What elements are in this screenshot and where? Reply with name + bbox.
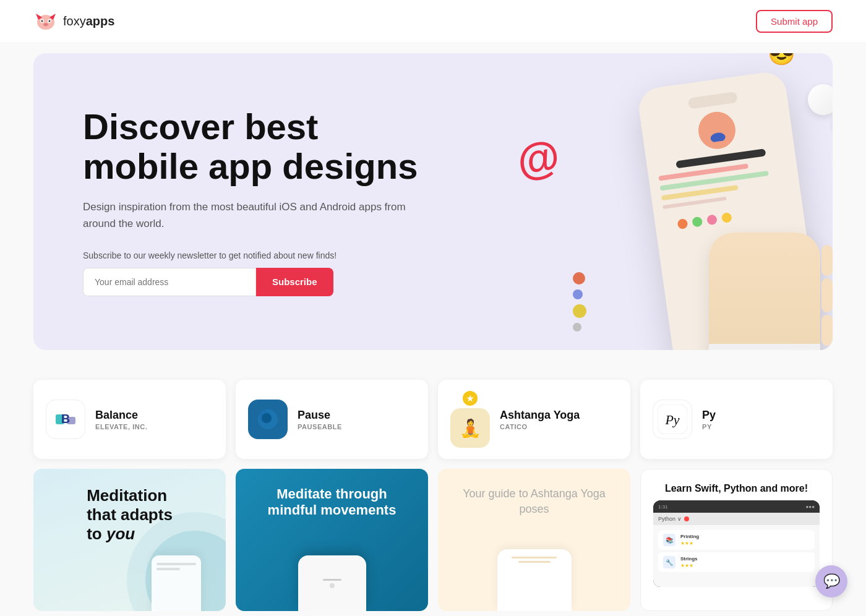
- chat-bubble-button[interactable]: 💬: [815, 565, 847, 597]
- hero-section: Discover best mobile app designs Design …: [33, 53, 833, 350]
- phone-avatar: [696, 109, 738, 152]
- logo[interactable]: foxyapps: [33, 9, 114, 33]
- svg-point-4: [49, 20, 51, 22]
- balance-app-info: Balance ELEVATE, INC.: [95, 409, 147, 430]
- hero-content: Discover best mobile app designs Design …: [83, 107, 429, 296]
- yoga-app-icon: 🧘: [450, 408, 490, 448]
- svg-point-6: [711, 122, 722, 134]
- py-app-icon: Py: [653, 400, 692, 439]
- balance-preview-title: Meditationthat adaptsto you: [87, 486, 173, 544]
- py-app-info: Py PY: [702, 409, 716, 430]
- apps-section: B Balance ELEVATE, INC. Pause PAUSEABLE …: [0, 361, 866, 616]
- py-preview-card[interactable]: Learn Swift, Python and more! 1:31 ●●● P…: [640, 469, 833, 611]
- balance-app-icon: B: [46, 400, 85, 439]
- logo-text: foxyapps: [63, 14, 114, 28]
- balance-app-developer: ELEVATE, INC.: [95, 423, 147, 430]
- yoga-app-name: Ashtanga Yoga: [500, 409, 580, 422]
- pause-app-developer: PAUSEABLE: [298, 423, 342, 430]
- yoga-app-developer: CATICO: [500, 423, 580, 430]
- py-preview-content: Learn Swift, Python and more! 1:31 ●●● P…: [653, 482, 820, 587]
- featured-star-badge: ★: [463, 391, 478, 406]
- balance-preview-card[interactable]: Meditationthat adaptsto you: [33, 469, 226, 611]
- pause-app-icon: [248, 400, 288, 439]
- py-app-card[interactable]: Py Py PY: [640, 380, 833, 459]
- pause-preview-card[interactable]: Meditate through mindful movements: [236, 469, 428, 611]
- svg-point-3: [41, 20, 43, 22]
- svg-point-7: [710, 132, 726, 143]
- hero-title: Discover best mobile app designs: [83, 107, 429, 186]
- yoga-preview-card[interactable]: Your guide to Ashtanga Yoga poses: [438, 469, 630, 611]
- svg-text:🧘: 🧘: [460, 418, 481, 438]
- pause-preview-content: Meditate through mindful movements: [253, 486, 411, 519]
- yoga-preview-content: Your guide to Ashtanga Yoga poses: [455, 486, 613, 517]
- submit-app-button[interactable]: Submit app: [756, 10, 833, 33]
- py-preview-title: Learn Swift, Python and more!: [653, 482, 820, 495]
- float-at-icon: @: [513, 130, 564, 187]
- decorative-sphere: [808, 84, 833, 115]
- pause-app-info: Pause PAUSEABLE: [298, 409, 342, 430]
- yoga-app-info: Ashtanga Yoga CATICO: [500, 409, 580, 430]
- svg-text:B: B: [61, 412, 70, 426]
- decorative-balls: [573, 272, 586, 332]
- chat-icon: 💬: [823, 573, 840, 589]
- balance-app-name: Balance: [95, 409, 147, 422]
- hero-form: Subscribe: [83, 268, 429, 296]
- header: foxyapps Submit app: [0, 0, 866, 42]
- sunglasses-emoji-icon: 😎: [768, 53, 795, 67]
- yoga-preview-title: Your guide to Ashtanga Yoga poses: [455, 486, 613, 517]
- apps-grid: B Balance ELEVATE, INC. Pause PAUSEABLE …: [33, 380, 833, 611]
- hand-illustration: [709, 233, 833, 350]
- py-phone-mockup: 1:31 ●●● Python ∨ 📚 Printing: [653, 500, 820, 587]
- balance-app-card[interactable]: B Balance ELEVATE, INC.: [33, 380, 226, 459]
- balance-preview-content: Meditationthat adaptsto you: [87, 486, 173, 544]
- yoga-app-card[interactable]: ★ 🧘 Ashtanga Yoga CATICO: [438, 380, 630, 459]
- pause-preview-title: Meditate through mindful movements: [253, 486, 411, 519]
- svg-point-15: [262, 413, 272, 423]
- pause-phone-preview: [298, 555, 366, 611]
- subscribe-button[interactable]: Subscribe: [256, 268, 333, 296]
- hero-subtitle: Design inspiration from the most beautif…: [83, 199, 429, 232]
- logo-icon: [33, 9, 58, 33]
- py-app-developer: PY: [702, 423, 716, 430]
- yoga-phone-preview: [497, 549, 572, 611]
- hero-newsletter-label: Subscribe to our weekly newsletter to ge…: [83, 250, 429, 260]
- pause-app-name: Pause: [298, 409, 342, 422]
- hero-phone-illustration: @: [536, 53, 833, 350]
- balance-phone-preview: [152, 555, 201, 611]
- email-input[interactable]: [83, 268, 256, 296]
- pause-app-card[interactable]: Pause PAUSEABLE: [236, 380, 428, 459]
- py-app-name: Py: [702, 409, 716, 422]
- svg-text:Py: Py: [664, 412, 679, 427]
